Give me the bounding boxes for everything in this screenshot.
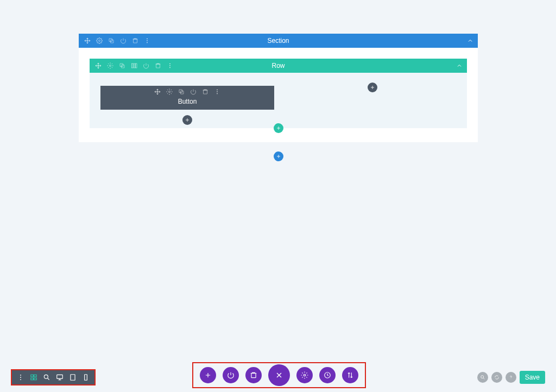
row-collapse-toggle[interactable]	[456, 59, 463, 73]
svg-rect-11	[134, 64, 135, 68]
svg-point-0	[99, 40, 100, 42]
row-toolbar	[90, 62, 173, 69]
svg-point-28	[20, 377, 21, 378]
svg-point-38	[481, 376, 483, 378]
row-header-bar[interactable]: Row	[90, 59, 467, 73]
more-icon[interactable]	[214, 88, 220, 95]
section-toolbar	[79, 37, 150, 44]
svg-point-4	[147, 39, 148, 40]
wireframe-view-icon[interactable]	[30, 374, 37, 381]
search-icon[interactable]	[477, 372, 488, 383]
move-icon[interactable]	[84, 37, 91, 44]
save-button[interactable]: Save	[520, 371, 545, 384]
power-icon[interactable]	[120, 37, 127, 44]
svg-point-29	[20, 379, 21, 380]
move-icon[interactable]	[154, 88, 161, 95]
toolbar-sort-button[interactable]	[342, 367, 358, 383]
save-group: Save	[477, 371, 545, 384]
module-toolbar	[100, 86, 274, 98]
sync-icon[interactable]	[491, 372, 502, 383]
svg-rect-20	[204, 90, 207, 94]
svg-point-22	[217, 91, 218, 92]
svg-point-25	[304, 374, 306, 376]
row-column-1: Button	[90, 86, 279, 110]
svg-rect-33	[34, 378, 37, 380]
svg-rect-12	[136, 64, 137, 68]
toolbar-add-button[interactable]	[200, 367, 216, 383]
svg-point-23	[217, 93, 218, 94]
power-icon[interactable]	[190, 88, 197, 95]
more-icon[interactable]	[17, 374, 24, 381]
help-icon[interactable]	[506, 372, 516, 383]
duplicate-icon[interactable]	[119, 62, 125, 69]
add-module-button[interactable]	[368, 83, 377, 92]
main-action-toolbar	[192, 362, 366, 388]
toolbar-settings-button[interactable]	[296, 367, 313, 383]
row-body: Button	[90, 73, 467, 128]
svg-rect-3	[134, 39, 137, 43]
svg-point-14	[169, 64, 170, 65]
section-collapse-toggle[interactable]	[467, 34, 473, 48]
svg-point-7	[110, 65, 111, 67]
svg-rect-10	[132, 64, 134, 68]
svg-rect-24	[251, 374, 256, 378]
toolbar-history-button[interactable]	[319, 367, 336, 383]
gear-icon[interactable]	[96, 37, 103, 44]
gear-icon[interactable]	[166, 88, 173, 95]
desktop-view-icon[interactable]	[56, 374, 64, 381]
svg-point-6	[147, 42, 148, 43]
view-mode-toolbar-wrap	[11, 369, 96, 385]
duplicate-icon[interactable]	[178, 88, 185, 95]
svg-rect-31	[34, 375, 37, 377]
svg-point-15	[169, 65, 170, 66]
svg-point-21	[217, 90, 218, 91]
svg-point-34	[44, 375, 48, 378]
module-button[interactable]: Button	[100, 86, 274, 110]
row-column-2	[279, 86, 467, 110]
svg-point-16	[169, 67, 170, 68]
columns-icon[interactable]	[131, 62, 137, 69]
svg-point-17	[169, 91, 170, 93]
duplicate-icon[interactable]	[108, 37, 115, 44]
svg-point-27	[20, 375, 21, 376]
tablet-view-icon[interactable]	[69, 374, 77, 381]
svg-point-5	[147, 40, 148, 41]
trash-icon[interactable]	[155, 62, 161, 69]
svg-rect-13	[156, 64, 160, 68]
svg-rect-32	[31, 378, 34, 380]
zoom-icon[interactable]	[43, 374, 50, 381]
phone-view-icon[interactable]	[82, 374, 90, 381]
svg-rect-37	[85, 375, 87, 381]
more-icon[interactable]	[167, 62, 173, 69]
view-mode-toolbar	[12, 370, 94, 384]
trash-icon[interactable]	[132, 37, 138, 44]
add-section-button[interactable]	[274, 151, 283, 161]
toolbar-power-button[interactable]	[223, 367, 239, 383]
trash-icon[interactable]	[202, 88, 208, 95]
more-icon[interactable]	[144, 37, 150, 44]
power-icon[interactable]	[143, 62, 149, 69]
add-module-button[interactable]	[182, 115, 192, 125]
section-header-bar[interactable]: Section	[79, 34, 478, 48]
svg-point-39	[510, 378, 511, 379]
svg-rect-36	[71, 375, 75, 381]
toolbar-trash-button[interactable]	[245, 367, 262, 383]
gear-icon[interactable]	[107, 62, 113, 69]
toolbar-close-button[interactable]	[268, 364, 290, 386]
move-icon[interactable]	[95, 62, 102, 69]
section-body: Row	[79, 48, 478, 142]
module-label: Button	[100, 98, 274, 110]
add-row-button[interactable]	[274, 123, 283, 133]
svg-rect-35	[57, 375, 63, 378]
svg-rect-30	[31, 375, 34, 377]
builder-canvas: Section	[79, 34, 478, 142]
